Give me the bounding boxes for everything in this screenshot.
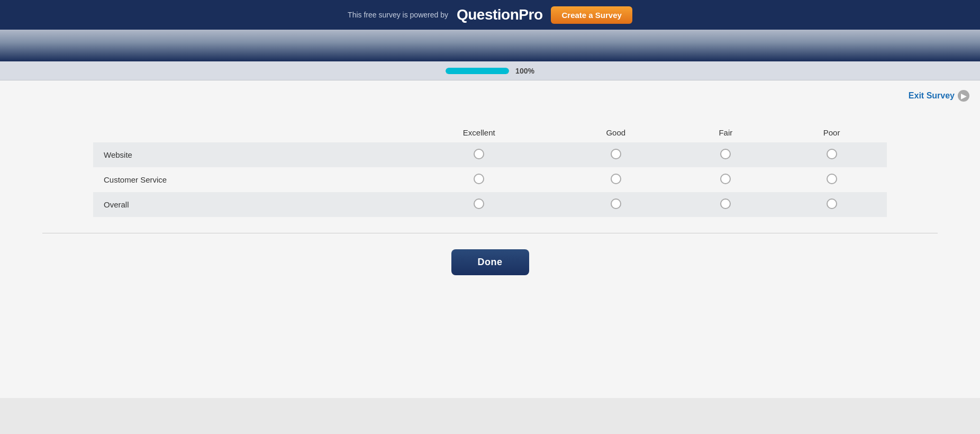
row-label: Website xyxy=(93,142,401,167)
sub-header xyxy=(0,30,980,61)
radio-cell xyxy=(776,167,887,192)
main-content: Exit Survey ▶ Excellent Good Fair Poor W… xyxy=(0,80,980,398)
radio-cell xyxy=(776,142,887,167)
table-row: Customer Service xyxy=(93,167,887,192)
survey-table: Excellent Good Fair Poor WebsiteCustomer… xyxy=(93,123,887,217)
create-survey-button[interactable]: Create a Survey xyxy=(551,6,632,24)
radio-excellent-row1[interactable] xyxy=(474,174,484,184)
radio-cell xyxy=(557,192,675,217)
radio-cell xyxy=(776,192,887,217)
progress-area: 100% xyxy=(0,61,980,80)
exit-survey-icon: ▶ xyxy=(958,90,969,102)
row-label: Customer Service xyxy=(93,167,401,192)
col-header-fair: Fair xyxy=(675,123,776,142)
radio-cell xyxy=(675,192,776,217)
radio-fair-row1[interactable] xyxy=(720,174,731,184)
radio-cell xyxy=(401,192,557,217)
row-header-empty xyxy=(93,123,401,142)
exit-survey-link[interactable]: Exit Survey ▶ xyxy=(909,90,969,102)
col-header-good: Good xyxy=(557,123,675,142)
exit-survey-label: Exit Survey xyxy=(909,91,955,101)
radio-good-row1[interactable] xyxy=(611,174,621,184)
radio-fair-row0[interactable] xyxy=(720,149,731,159)
row-label: Overall xyxy=(93,192,401,217)
col-header-excellent: Excellent xyxy=(401,123,557,142)
radio-excellent-row0[interactable] xyxy=(474,149,484,159)
col-header-poor: Poor xyxy=(776,123,887,142)
powered-by-text: This free survey is powered by xyxy=(348,11,448,19)
radio-good-row2[interactable] xyxy=(611,198,621,209)
divider xyxy=(42,233,938,233)
progress-bar-fill xyxy=(446,68,509,74)
radio-cell xyxy=(401,142,557,167)
brand-name: QuestionPro xyxy=(457,6,543,23)
radio-poor-row0[interactable] xyxy=(827,149,837,159)
table-row: Website xyxy=(93,142,887,167)
done-btn-container: Done xyxy=(21,249,959,275)
top-banner: This free survey is powered by QuestionP… xyxy=(0,0,980,30)
done-button[interactable]: Done xyxy=(451,249,529,275)
radio-poor-row1[interactable] xyxy=(827,174,837,184)
radio-excellent-row2[interactable] xyxy=(474,198,484,209)
table-row: Overall xyxy=(93,192,887,217)
progress-bar-track xyxy=(446,68,509,74)
radio-poor-row2[interactable] xyxy=(827,198,837,209)
radio-cell xyxy=(557,142,675,167)
progress-label: 100% xyxy=(515,67,534,75)
radio-cell xyxy=(557,167,675,192)
radio-good-row0[interactable] xyxy=(611,149,621,159)
radio-fair-row2[interactable] xyxy=(720,198,731,209)
radio-cell xyxy=(675,142,776,167)
radio-cell xyxy=(401,167,557,192)
radio-cell xyxy=(675,167,776,192)
